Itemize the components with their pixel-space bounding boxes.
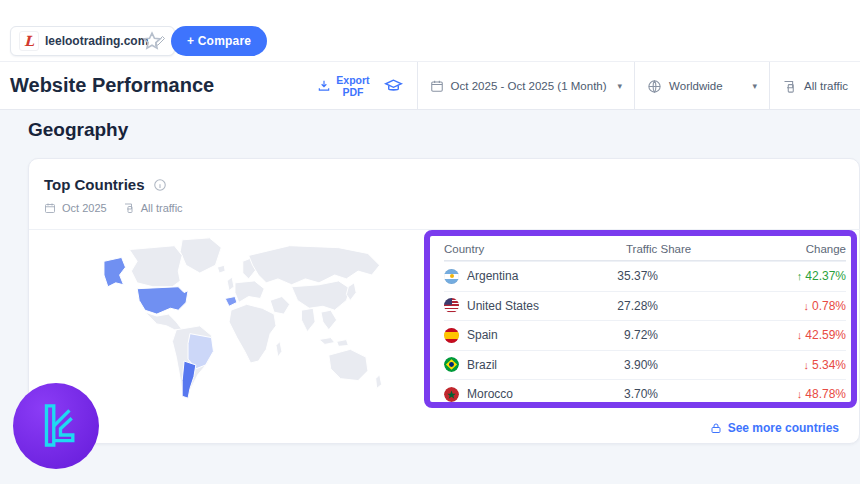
change-arrow-icon: ↓	[803, 359, 809, 371]
date-range-value: Oct 2025 - Oct 2025 (1 Month)	[451, 80, 607, 92]
change-arrow-icon: ↓	[803, 300, 809, 312]
flag-brazil-icon	[444, 357, 459, 372]
see-more-label: See more countries	[728, 421, 839, 435]
top-countries-card: Top Countries Oct 2025 All traffic	[28, 158, 860, 444]
map-spain[interactable]	[225, 297, 237, 307]
traffic-share-value: 3.90%	[596, 358, 658, 372]
col-traffic-share: Traffic Share	[596, 243, 754, 255]
section-title-geography: Geography	[28, 119, 128, 141]
traffic-share-value: 27.28%	[596, 299, 658, 313]
page-title: Website Performance	[10, 74, 214, 97]
region-value: Worldwide	[669, 80, 722, 92]
chevron-down-icon: ▾	[753, 81, 758, 91]
traffic-share-value: 9.72%	[596, 328, 658, 342]
table-row[interactable]: Morocco 3.70% ↓48.78%	[444, 379, 846, 409]
export-pdf-button[interactable]: Export PDF	[307, 62, 379, 110]
col-country: Country	[444, 243, 596, 255]
country-name: Argentina	[467, 269, 518, 283]
top-bar: L leelootrading.com + Compare	[0, 0, 860, 62]
table-row[interactable]: United States 27.28% ↓0.78%	[444, 291, 846, 321]
page-header: Website Performance Export PDF Oct 2025 …	[0, 62, 860, 110]
card-title: Top Countries	[44, 176, 145, 193]
site-favicon: L	[19, 31, 39, 51]
change-value: ↓42.59%	[754, 328, 846, 342]
flag-morocco-icon	[444, 387, 459, 402]
world-map[interactable]	[31, 232, 435, 406]
change-value: ↓48.78%	[754, 387, 846, 401]
traffic-share-value: 3.70%	[596, 387, 658, 401]
country-name: Morocco	[467, 387, 513, 401]
traffic-share-value: 35.37%	[596, 269, 658, 283]
card-body: Country Traffic Share Change Argentina 3…	[29, 229, 860, 409]
map-landmass	[129, 238, 381, 398]
download-icon	[317, 79, 331, 93]
table-row[interactable]: Spain 9.72% ↓42.59%	[444, 320, 846, 350]
info-icon[interactable]	[153, 178, 167, 192]
country-name: Spain	[467, 328, 498, 342]
favorite-star-icon[interactable]	[141, 30, 163, 52]
top-countries-table: Country Traffic Share Change Argentina 3…	[444, 238, 846, 409]
traffic-filter-value: All traffic	[804, 80, 848, 92]
card-date-filter: Oct 2025	[62, 202, 107, 214]
header-toolbar: Export PDF Oct 2025 - Oct 2025 (1 Month)…	[307, 62, 860, 110]
globe-icon	[647, 79, 662, 94]
watermark-logo	[13, 383, 99, 469]
date-range-picker[interactable]: Oct 2025 - Oct 2025 (1 Month) ▾	[417, 62, 635, 110]
change-value: ↓0.78%	[754, 299, 846, 313]
site-domain: leelootrading.com	[45, 34, 148, 48]
flag-united-states-icon	[444, 298, 459, 313]
map-alaska[interactable]	[104, 257, 126, 286]
flag-spain-icon	[444, 328, 459, 343]
map-united-states[interactable]	[137, 287, 188, 314]
devices-icon	[782, 79, 797, 94]
calendar-icon	[430, 79, 444, 93]
table-row[interactable]: Argentina 35.37% ↑42.37%	[444, 261, 846, 291]
col-change: Change	[754, 243, 846, 255]
country-name: United States	[467, 299, 539, 313]
export-label-line1: Export	[336, 74, 369, 86]
change-arrow-icon: ↓	[797, 329, 803, 341]
chevron-down-icon: ▾	[618, 81, 623, 91]
calendar-icon	[44, 202, 56, 214]
academy-cap-icon[interactable]	[380, 62, 417, 110]
card-filters: Oct 2025 All traffic	[44, 202, 183, 214]
change-value: ↑42.37%	[754, 269, 846, 283]
export-label-line2: PDF	[336, 86, 369, 98]
compare-button[interactable]: + Compare	[171, 26, 267, 56]
region-selector[interactable]: Worldwide ▾	[634, 62, 769, 110]
logo-glyph-icon	[28, 398, 84, 454]
country-name: Brazil	[467, 358, 497, 372]
table-row[interactable]: Brazil 3.90% ↓5.34%	[444, 350, 846, 380]
change-value: ↓5.34%	[754, 358, 846, 372]
traffic-filter[interactable]: All traffic	[769, 62, 860, 110]
devices-icon	[123, 202, 135, 214]
lock-icon	[710, 422, 722, 435]
table-header: Country Traffic Share Change	[444, 238, 846, 261]
see-more-countries-link[interactable]: See more countries	[710, 421, 839, 435]
change-arrow-icon: ↑	[797, 270, 803, 282]
change-arrow-icon: ↓	[797, 388, 803, 400]
card-traffic-filter: All traffic	[141, 202, 183, 214]
flag-argentina-icon	[444, 269, 459, 284]
